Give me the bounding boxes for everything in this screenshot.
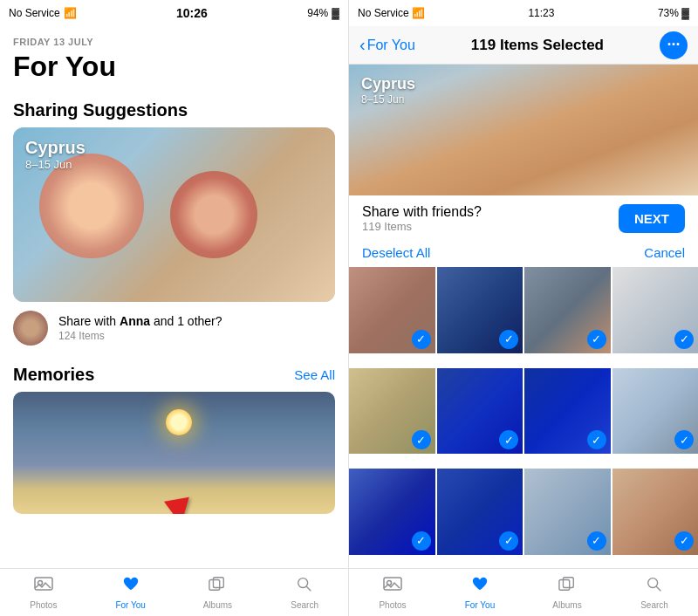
check-badge-5: ✓ xyxy=(412,430,431,449)
search-label-right: Search xyxy=(640,600,668,610)
svg-rect-8 xyxy=(559,579,570,590)
photo-cell-5[interactable]: ✓ xyxy=(349,368,435,455)
albums-tab-icon xyxy=(207,575,228,598)
tab-photos-right[interactable]: Photos xyxy=(349,570,436,615)
next-button[interactable]: NEXT xyxy=(619,204,685,233)
sun-orb xyxy=(166,409,192,435)
for-you-tab-label: For You xyxy=(115,600,145,610)
photo-cell-8[interactable]: ✓ xyxy=(612,368,699,455)
tab-photos-left[interactable]: Photos xyxy=(0,570,87,615)
avatar xyxy=(13,311,48,346)
tab-search-right[interactable]: Search xyxy=(611,570,698,615)
share-info-row: Share with friends? 119 Items NEXT xyxy=(349,195,698,242)
albums-icon-right xyxy=(557,575,578,598)
right-panel: No Service 📶 11:23 73% ▓ ‹ For You 119 I… xyxy=(349,0,698,616)
photo-cell-2[interactable]: ✓ xyxy=(437,267,524,353)
check-badge-10: ✓ xyxy=(499,531,518,551)
check-badge-2: ✓ xyxy=(499,330,518,349)
photo-cell-3[interactable]: ✓ xyxy=(524,267,611,353)
right-tab-bar: Photos For You Albums xyxy=(349,568,698,616)
cancel-button[interactable]: Cancel xyxy=(644,245,685,260)
search-tab-label: Search xyxy=(291,600,318,610)
share-title: Share with friends? xyxy=(362,204,482,220)
photo-cell-1[interactable]: ✓ xyxy=(349,267,435,353)
date-label: FRIDAY 13 JULY xyxy=(0,26,348,49)
tab-albums-left[interactable]: Albums xyxy=(174,570,262,615)
cyprus-sharing-card[interactable]: Cyprus 8–15 Jun xyxy=(13,127,335,302)
see-all-button[interactable]: See All xyxy=(294,367,335,382)
photos-label-right: Photos xyxy=(379,600,406,610)
more-button[interactable]: ··· xyxy=(660,31,688,59)
battery-icon: ▓ xyxy=(332,7,339,19)
right-time: 11:23 xyxy=(528,7,554,19)
check-badge-1: ✓ xyxy=(412,330,431,349)
nav-title: 119 Items Selected xyxy=(415,37,660,54)
svg-rect-9 xyxy=(563,578,573,588)
check-badge-6: ✓ xyxy=(499,430,518,449)
back-label: For You xyxy=(367,38,415,53)
photo-cell-7[interactable]: ✓ xyxy=(524,368,611,455)
check-badge-12: ✓ xyxy=(674,531,694,551)
page-title: For You xyxy=(0,49,348,93)
check-badge-7: ✓ xyxy=(587,430,606,449)
left-signal: No Service 📶 xyxy=(9,7,77,19)
hero-text: Cyprus 8–15 Jun xyxy=(361,75,415,106)
photos-tab-label: Photos xyxy=(30,600,57,610)
deselect-all-button[interactable]: Deselect All xyxy=(362,245,430,260)
photo-cell-6[interactable]: ✓ xyxy=(437,368,524,455)
right-battery-percent: 73% xyxy=(658,7,679,19)
for-you-label-right: For You xyxy=(465,600,495,610)
svg-rect-3 xyxy=(214,578,224,588)
left-tab-bar: Photos For You Albums xyxy=(0,568,348,616)
svg-point-10 xyxy=(648,578,658,588)
ellipsis-icon: ··· xyxy=(667,36,680,54)
share-main-text: Share with Anna and 1 other? xyxy=(58,314,335,328)
card-location: Cyprus xyxy=(25,138,86,158)
chevron-left-icon: ‹ xyxy=(359,35,366,55)
svg-line-11 xyxy=(656,586,660,591)
right-signal: No Service 📶 xyxy=(358,7,425,19)
wifi-icon: 📶 xyxy=(64,7,77,19)
share-text: Share with Anna and 1 other? 124 Items xyxy=(58,314,335,342)
photo-cell-9[interactable]: ✓ xyxy=(349,469,435,555)
share-suggestion-row[interactable]: Share with Anna and 1 other? 124 Items xyxy=(0,302,348,354)
check-badge-4: ✓ xyxy=(674,330,694,349)
right-status-bar: No Service 📶 11:23 73% ▓ xyxy=(349,0,698,26)
card-overlay: Cyprus 8–15 Jun xyxy=(25,138,86,171)
photo-cell-12[interactable]: ✓ xyxy=(612,469,699,555)
photo-cell-10[interactable]: ✓ xyxy=(437,469,524,555)
check-badge-11: ✓ xyxy=(587,531,606,551)
tab-for-you-left[interactable]: For You xyxy=(87,570,174,615)
memories-card[interactable] xyxy=(13,392,335,514)
right-battery-icon: ▓ xyxy=(681,7,689,19)
photo-grid: ✓ ✓ ✓ ✓ ✓ ✓ ✓ ✓ xyxy=(349,267,698,568)
hero-dates: 8–15 Jun xyxy=(361,93,415,106)
share-info-left: Share with friends? 119 Items xyxy=(362,204,482,233)
svg-point-4 xyxy=(298,578,308,588)
selection-bar: Deselect All Cancel xyxy=(349,242,698,267)
tab-for-you-right[interactable]: For You xyxy=(436,570,524,615)
share-name: Anna xyxy=(120,314,150,328)
tab-albums-right[interactable]: Albums xyxy=(524,570,611,615)
photo-cell-4[interactable]: ✓ xyxy=(612,267,699,353)
svg-rect-2 xyxy=(209,579,220,590)
right-share-count: 119 Items xyxy=(362,220,482,233)
left-status-bar: No Service 📶 10:26 94% ▓ xyxy=(0,0,348,26)
albums-label-right: Albums xyxy=(552,600,581,610)
right-no-service-label: No Service xyxy=(358,7,409,19)
photo-cell-11[interactable]: ✓ xyxy=(524,469,611,555)
for-you-icon-right xyxy=(469,575,490,598)
for-you-tab-icon xyxy=(120,575,141,598)
left-panel: No Service 📶 10:26 94% ▓ FRIDAY 13 JULY … xyxy=(0,0,349,616)
hero-location: Cyprus xyxy=(361,75,415,93)
memories-header: Memories See All xyxy=(0,358,348,392)
share-count: 124 Items xyxy=(58,330,335,342)
no-service-label: No Service xyxy=(9,7,60,19)
tab-search-left[interactable]: Search xyxy=(261,570,348,615)
photos-icon-right xyxy=(382,575,403,598)
albums-tab-label: Albums xyxy=(203,600,232,610)
check-badge-8: ✓ xyxy=(674,430,694,449)
sharing-suggestions-title: Sharing Suggestions xyxy=(0,93,348,127)
right-hero-image: Cyprus 8–15 Jun xyxy=(349,65,698,195)
back-button[interactable]: ‹ For You xyxy=(359,35,415,55)
